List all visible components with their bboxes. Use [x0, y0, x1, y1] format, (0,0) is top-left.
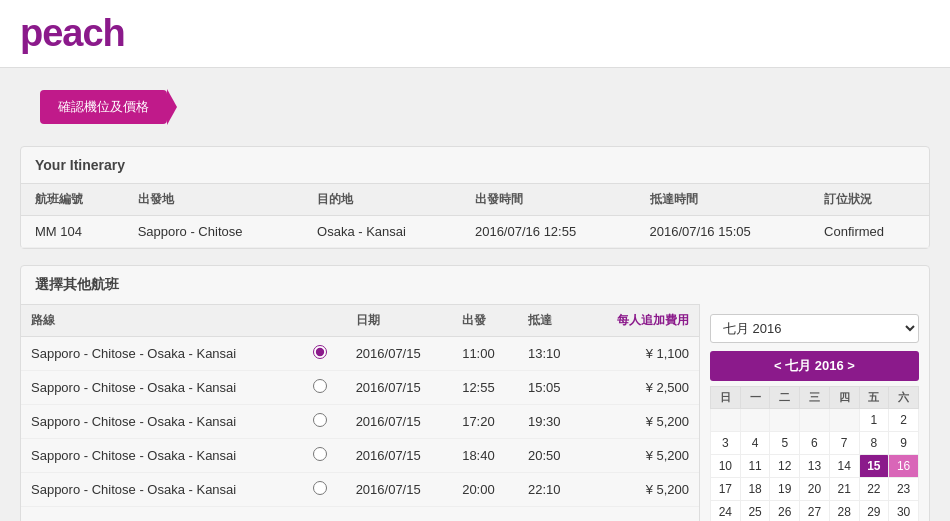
- calendar-day-10[interactable]: 10: [711, 455, 741, 478]
- col-dest: 目的地: [303, 184, 461, 216]
- calendar-empty: [711, 409, 741, 432]
- flight-select-cell: [303, 337, 346, 371]
- table-cell: MM 104: [21, 216, 124, 248]
- calendar-day-16[interactable]: 16: [889, 455, 919, 478]
- flight-select-cell: [303, 439, 346, 473]
- logo: peach: [20, 12, 930, 55]
- table-cell: 20:50: [518, 439, 584, 473]
- calendar-day-25[interactable]: 25: [740, 501, 770, 522]
- calendar-day-24[interactable]: 24: [711, 501, 741, 522]
- calendar-empty: [740, 409, 770, 432]
- table-cell: 11:00: [452, 337, 518, 371]
- flight-route: Sapporo - Chitose - Osaka - Kansai: [21, 337, 303, 371]
- calendar-day-14[interactable]: 14: [829, 455, 859, 478]
- calendar-day-29[interactable]: 29: [859, 501, 889, 522]
- flight-radio-0[interactable]: [313, 345, 327, 359]
- calendar-day-7[interactable]: 7: [829, 432, 859, 455]
- calendar-day-19[interactable]: 19: [770, 478, 800, 501]
- flight-radio-4[interactable]: [313, 481, 327, 495]
- col-select: [303, 305, 346, 337]
- table-cell: 2016/07/16 12:55: [461, 216, 636, 248]
- calendar-widget: 七月 2016 < 七月 2016 > 日一二三四五六 123456789101…: [699, 304, 929, 521]
- itinerary-header-row: 航班編號 出發地 目的地 出發時間 抵達時間 訂位狀況: [21, 184, 929, 216]
- calendar-day-21[interactable]: 21: [829, 478, 859, 501]
- flight-route: Sapporo - Chitose - Osaka - Kansai: [21, 371, 303, 405]
- table-cell: 20:00: [452, 473, 518, 507]
- flight-price: ¥ 1,100: [584, 337, 699, 371]
- flights-section: 選擇其他航班 路線 日期 出發 抵達 每人追加費用: [20, 265, 930, 521]
- flight-route: Sapporo - Chitose - Osaka - Kansai: [21, 439, 303, 473]
- calendar-weekday-三: 三: [800, 387, 830, 409]
- calendar-day-11[interactable]: 11: [740, 455, 770, 478]
- table-cell: 2016/07/15: [346, 337, 453, 371]
- calendar-day-5[interactable]: 5: [770, 432, 800, 455]
- calendar-day-9[interactable]: 9: [889, 432, 919, 455]
- calendar-day-12[interactable]: 12: [770, 455, 800, 478]
- list-item: Sapporo - Chitose - Osaka - Kansai2016/0…: [21, 405, 699, 439]
- calendar-day-13[interactable]: 13: [800, 455, 830, 478]
- calendar-grid: 日一二三四五六 12345678910111213141516171819202…: [710, 386, 919, 521]
- calendar-empty: [800, 409, 830, 432]
- list-item: Sapporo - Chitose - Osaka - Kansai2016/0…: [21, 473, 699, 507]
- col-route: 路線: [21, 305, 303, 337]
- table-cell: 15:05: [518, 371, 584, 405]
- confirm-seat-button[interactable]: 確認機位及價格: [40, 90, 167, 124]
- calendar-day-17[interactable]: 17: [711, 478, 741, 501]
- calendar-day-28[interactable]: 28: [829, 501, 859, 522]
- calendar-day-8[interactable]: 8: [859, 432, 889, 455]
- calendar-day-26[interactable]: 26: [770, 501, 800, 522]
- calendar-day-22[interactable]: 22: [859, 478, 889, 501]
- col-status: 訂位狀況: [810, 184, 929, 216]
- table-cell: 2016/07/15: [346, 473, 453, 507]
- list-item: Sapporo - Chitose - Osaka - Kansai2016/0…: [21, 371, 699, 405]
- col-depart2: 出發: [452, 305, 518, 337]
- itinerary-table: 航班編號 出發地 目的地 出發時間 抵達時間 訂位狀況 MM 104Sappor…: [21, 183, 929, 248]
- calendar-day-4[interactable]: 4: [740, 432, 770, 455]
- calendar-day-6[interactable]: 6: [800, 432, 830, 455]
- calendar-empty: [829, 409, 859, 432]
- itinerary-title: Your Itinerary: [21, 147, 929, 183]
- per-person-link[interactable]: 每人追加費用: [617, 313, 689, 327]
- calendar-day-23[interactable]: 23: [889, 478, 919, 501]
- calendar-month-label: < 七月 2016 >: [710, 357, 919, 375]
- calendar-weekday-二: 二: [770, 387, 800, 409]
- flight-radio-1[interactable]: [313, 379, 327, 393]
- calendar-day-1[interactable]: 1: [859, 409, 889, 432]
- table-cell: 17:20: [452, 405, 518, 439]
- flight-select-cell: [303, 371, 346, 405]
- table-cell: Sapporo - Chitose: [124, 216, 303, 248]
- calendar-empty: [770, 409, 800, 432]
- flight-radio-3[interactable]: [313, 447, 327, 461]
- calendar-day-30[interactable]: 30: [889, 501, 919, 522]
- calendar-day-15[interactable]: 15: [859, 455, 889, 478]
- calendar-weekday-四: 四: [829, 387, 859, 409]
- list-item: Sapporo - Chitose - Osaka - Kansai2016/0…: [21, 337, 699, 371]
- table-cell: 2016/07/16 15:05: [636, 216, 811, 248]
- calendar-weekday-日: 日: [711, 387, 741, 409]
- calendar-month-nav: < 七月 2016 >: [710, 351, 919, 381]
- flights-title: 選擇其他航班: [21, 266, 929, 304]
- table-cell: Confirmed: [810, 216, 929, 248]
- flights-header-row: 路線 日期 出發 抵達 每人追加費用: [21, 305, 699, 337]
- flight-select-cell: [303, 473, 346, 507]
- col-price: 每人追加費用: [584, 305, 699, 337]
- calendar-day-2[interactable]: 2: [889, 409, 919, 432]
- flight-radio-2[interactable]: [313, 413, 327, 427]
- col-depart: 出發時間: [461, 184, 636, 216]
- main-content: Your Itinerary 航班編號 出發地 目的地 出發時間 抵達時間 訂位…: [0, 146, 950, 521]
- itinerary-section: Your Itinerary 航班編號 出發地 目的地 出發時間 抵達時間 訂位…: [20, 146, 930, 249]
- table-cell: 2016/07/15: [346, 371, 453, 405]
- flight-price: ¥ 5,200: [584, 439, 699, 473]
- calendar-day-3[interactable]: 3: [711, 432, 741, 455]
- calendar-day-18[interactable]: 18: [740, 478, 770, 501]
- col-arrive: 抵達時間: [636, 184, 811, 216]
- flights-table: 路線 日期 出發 抵達 每人追加費用 Sapporo - Chitose - O…: [21, 304, 699, 507]
- table-cell: 2016/07/15: [346, 405, 453, 439]
- calendar-day-20[interactable]: 20: [800, 478, 830, 501]
- table-cell: 2016/07/15: [346, 439, 453, 473]
- calendar-weekday-五: 五: [859, 387, 889, 409]
- table-cell: 13:10: [518, 337, 584, 371]
- calendar-day-27[interactable]: 27: [800, 501, 830, 522]
- flight-price: ¥ 5,200: [584, 405, 699, 439]
- calendar-month-select[interactable]: 七月 2016: [710, 314, 919, 343]
